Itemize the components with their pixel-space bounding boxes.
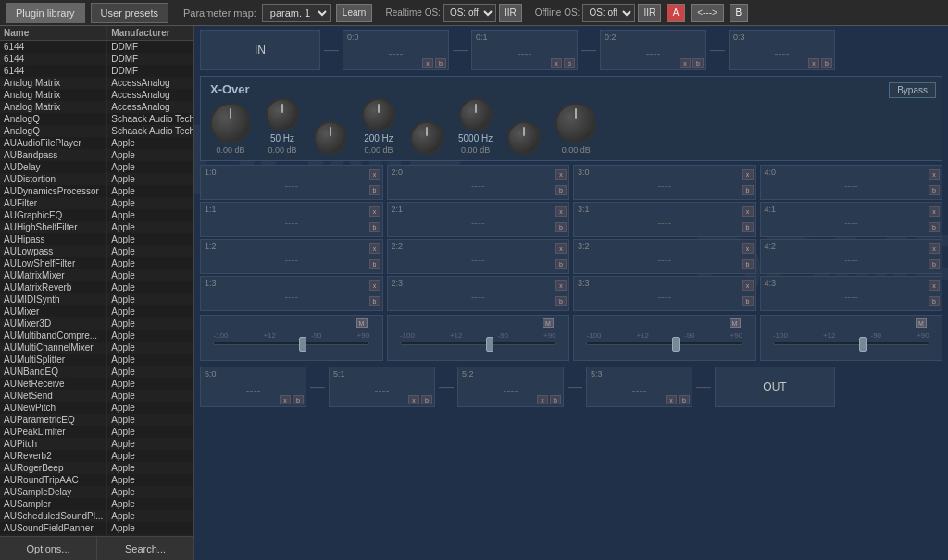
fader-thumb-3[interactable] xyxy=(672,337,680,352)
cell-btn-b-2:0[interactable]: b xyxy=(555,185,567,195)
fader-m-btn-4[interactable]: M xyxy=(916,318,927,328)
plugin-list-row[interactable]: AURogerBeepAppleAU xyxy=(0,462,193,474)
plugin-list-row[interactable]: AURoundTripAACAppleAU xyxy=(0,474,193,486)
fader-track-3[interactable] xyxy=(586,342,742,345)
plugin-list-row[interactable]: Analog MatrixAccessAnalogAU xyxy=(0,77,193,89)
in-slot-0-btn-x[interactable]: x xyxy=(422,58,433,68)
plugin-list-row[interactable]: AULowShelfFilterAppleAU xyxy=(0,257,193,269)
cell-btn-b-1:1[interactable]: b xyxy=(369,222,380,232)
cell-btn-x-3:0[interactable]: x xyxy=(742,169,754,180)
cell-btn-b-4:3[interactable]: b xyxy=(929,296,940,306)
cell-btn-x-4:1[interactable]: x xyxy=(929,206,940,217)
plugin-list-row[interactable]: AULowpassAppleAU xyxy=(0,245,193,257)
plugin-table[interactable]: Name Manufacturer Type 6144DDMFAU6144DDM… xyxy=(0,26,193,536)
plugin-list-row[interactable]: Analog MatrixAccessAnalogVST xyxy=(0,101,193,113)
out-slot-1[interactable]: 5:1 ---- x b xyxy=(329,367,435,407)
cell-btn-b-3:0[interactable]: b xyxy=(742,185,754,195)
matrix-cell-1-3[interactable]: 1:3 ---- x b xyxy=(200,276,383,311)
cell-btn-x-2:3[interactable]: x xyxy=(555,280,567,291)
matrix-cell-2-3[interactable]: 2:3 ---- x b xyxy=(387,276,570,311)
cell-btn-x-4:2[interactable]: x xyxy=(929,243,940,254)
out-slot-2-btn-b[interactable]: b xyxy=(550,395,561,404)
in-slot-3-btn-x[interactable]: x xyxy=(808,58,819,68)
plugin-list-row[interactable]: 6144DDMFVST xyxy=(0,65,193,77)
cell-btn-x-3:1[interactable]: x xyxy=(742,206,754,217)
plugin-list-row[interactable]: AUReverb2AppleAU xyxy=(0,450,193,462)
ab-arrow-button[interactable]: <---> xyxy=(691,4,724,22)
plugin-list-row[interactable]: AUPeakLimiterAppleAU xyxy=(0,426,193,438)
cell-btn-x-2:2[interactable]: x xyxy=(555,243,567,254)
cell-btn-b-3:2[interactable]: b xyxy=(742,259,754,269)
plugin-list-row[interactable]: Analog MatrixAccessAnalogVST3 xyxy=(0,89,193,101)
plugin-list-row[interactable]: AUNewPitchAppleAU xyxy=(0,402,193,414)
plugin-list-row[interactable]: 6144DDMFVST3 xyxy=(0,53,193,65)
out-slot-2-btn-x[interactable]: x xyxy=(537,395,548,404)
fader-thumb-2[interactable] xyxy=(486,337,493,352)
plugin-list-row[interactable]: AUHipassAppleAU xyxy=(0,233,193,245)
matrix-cell-2-0[interactable]: 2:0 ---- x b xyxy=(387,165,570,200)
matrix-cell-2-2[interactable]: 2:2 ---- x b xyxy=(387,239,570,274)
plugin-list-row[interactable]: AUMultibandCompre...AppleAU xyxy=(0,330,193,342)
in-slot-2[interactable]: 0:2 ---- x b xyxy=(600,30,706,70)
options-button[interactable]: Options... xyxy=(0,537,97,560)
fader-track-1[interactable] xyxy=(213,342,369,345)
out-slot-1-btn-b[interactable]: b xyxy=(421,395,432,404)
in-slot-1[interactable]: 0:1 ---- x b xyxy=(471,30,578,70)
in-slot-0[interactable]: 0:0 ---- x b xyxy=(343,30,449,70)
in-slot-1-btn-b[interactable]: b xyxy=(564,58,575,68)
knob-extra-1[interactable] xyxy=(314,121,347,155)
plugin-list-row[interactable]: AUDistortionAppleAU xyxy=(0,173,193,185)
matrix-cell-4-0[interactable]: 4:0 ---- x b xyxy=(760,165,943,200)
cell-btn-b-1:2[interactable]: b xyxy=(369,259,380,269)
fader-thumb-1[interactable] xyxy=(299,337,306,352)
plugin-list-row[interactable]: 6144DDMFAU xyxy=(0,41,193,54)
cell-btn-b-1:3[interactable]: b xyxy=(369,296,380,306)
plugin-list-row[interactable]: AUNBandEQAppleAU xyxy=(0,366,193,378)
matrix-cell-1-0[interactable]: 1:0 ---- x b xyxy=(200,165,383,200)
plugin-list-row[interactable]: AnalogQSchaack Audio Tech...AU xyxy=(0,113,193,125)
in-slot-3-btn-b[interactable]: b xyxy=(821,58,832,68)
in-slot-1-btn-x[interactable]: x xyxy=(551,58,562,68)
fader-track-2[interactable] xyxy=(400,342,556,345)
matrix-cell-3-2[interactable]: 3:2 ---- x b xyxy=(573,239,756,274)
cell-btn-b-2:2[interactable]: b xyxy=(555,259,567,269)
plugin-list-row[interactable]: AUDynamicsProcessorAppleAU xyxy=(0,185,193,197)
fader-m-btn-1[interactable]: M xyxy=(356,318,368,328)
out-slot-3-btn-b[interactable]: b xyxy=(679,395,690,404)
matrix-cell-3-3[interactable]: 3:3 ---- x b xyxy=(573,276,756,311)
cell-btn-x-3:2[interactable]: x xyxy=(742,243,754,254)
knob-extra-2[interactable] xyxy=(410,121,443,155)
in-slot-0-btn-b[interactable]: b xyxy=(435,58,446,68)
fader-thumb-4[interactable] xyxy=(859,337,867,352)
offline-os-select[interactable]: OS: off xyxy=(582,4,635,22)
out-slot-1-btn-x[interactable]: x xyxy=(408,395,419,404)
fader-m-btn-2[interactable]: M xyxy=(543,318,554,328)
fader-track-4[interactable] xyxy=(773,342,929,345)
knob-gain-8[interactable] xyxy=(555,103,596,143)
iir1-button[interactable]: IIR xyxy=(499,4,522,22)
fader-m-btn-3[interactable]: M xyxy=(730,318,741,328)
out-slot-3[interactable]: 5:3 ---- x b xyxy=(586,367,692,407)
plugin-list-row[interactable]: AUMixerAppleAU xyxy=(0,305,193,317)
matrix-cell-2-1[interactable]: 2:1 ---- x b xyxy=(387,202,570,237)
plugin-list-row[interactable]: AUBandpassAppleAU xyxy=(0,149,193,161)
knob-freq-5000hz[interactable] xyxy=(459,98,493,131)
out-slot-0-btn-x[interactable]: x xyxy=(280,395,291,404)
knob-extra-3[interactable] xyxy=(507,121,541,155)
matrix-cell-4-2[interactable]: 4:2 ---- x b xyxy=(760,239,943,274)
plugin-list-row[interactable]: AUAudioFilePlayerAppleAU xyxy=(0,137,193,149)
cell-btn-b-1:0[interactable]: b xyxy=(369,185,380,195)
cell-btn-b-2:1[interactable]: b xyxy=(555,222,567,232)
plugin-list-row[interactable]: AUMatrixMixerAppleAU xyxy=(0,269,193,281)
plugin-list-row[interactable]: AUSamplerAppleAUi xyxy=(0,498,193,510)
in-slot-2-btn-b[interactable]: b xyxy=(692,58,704,68)
matrix-cell-1-1[interactable]: 1:1 ---- x b xyxy=(200,202,383,237)
knob-gain-1[interactable] xyxy=(210,103,251,143)
cell-btn-x-2:0[interactable]: x xyxy=(555,169,567,180)
plugin-list-row[interactable]: AUNetReceiveAppleAU xyxy=(0,378,193,390)
cell-btn-x-1:1[interactable]: x xyxy=(369,206,380,217)
cell-btn-x-4:0[interactable]: x xyxy=(929,169,940,180)
plugin-list-row[interactable]: AUMultiChannelMixerAppleAU xyxy=(0,342,193,354)
cell-btn-x-1:2[interactable]: x xyxy=(369,243,380,254)
cell-btn-x-1:3[interactable]: x xyxy=(369,280,380,291)
